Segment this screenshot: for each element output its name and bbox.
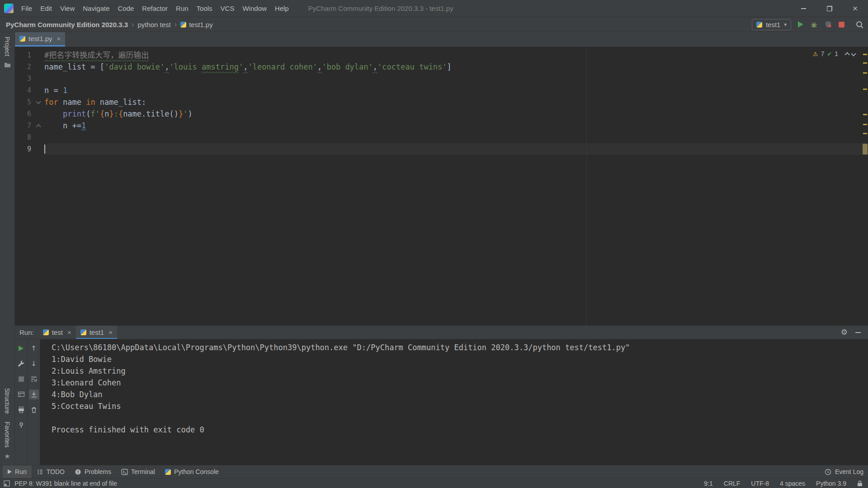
code-line-8[interactable]: 8: [15, 131, 868, 143]
fold-icon[interactable]: [36, 99, 41, 104]
clear-all-button[interactable]: [29, 405, 39, 415]
warning-stripe-mark[interactable]: [863, 62, 867, 64]
run-tab-test[interactable]: test×: [38, 326, 76, 339]
down-stack-button[interactable]: ↓: [29, 359, 39, 369]
run-tab-test1[interactable]: test1×: [76, 326, 117, 339]
line-number[interactable]: 6: [15, 108, 31, 120]
gutter-line-9[interactable]: 9: [15, 143, 44, 155]
tool-button-structure[interactable]: Structure: [4, 388, 11, 414]
menu-run[interactable]: Run: [172, 0, 193, 17]
code-text[interactable]: n +=1: [44, 120, 86, 131]
tool-button-project[interactable]: Project: [4, 37, 11, 56]
stop-button-disabled[interactable]: [16, 374, 26, 384]
tool-button-problems[interactable]: Problems: [70, 465, 116, 478]
editor-tab-test1[interactable]: test1.py ×: [15, 32, 65, 47]
interpreter-widget[interactable]: Python 3.9: [816, 480, 846, 487]
line-separator-widget[interactable]: CRLF: [724, 480, 741, 487]
gutter-line-7[interactable]: 7: [15, 120, 44, 131]
console-line-6[interactable]: 5:Cocteau Twins: [52, 400, 868, 412]
fold-icon[interactable]: [36, 124, 41, 129]
code-line-5[interactable]: 5for name in name_list:: [15, 96, 868, 108]
tool-button-todo[interactable]: TODO: [32, 465, 70, 478]
gutter-line-1[interactable]: 1: [15, 49, 44, 61]
gutter-line-4[interactable]: 4: [15, 84, 44, 96]
coverage-button[interactable]: [825, 21, 832, 28]
close-button[interactable]: ×: [842, 0, 868, 17]
console-line-1[interactable]: C:\Users\86180\AppData\Local\Programs\Py…: [52, 342, 868, 353]
code-line-6[interactable]: 6 print(f'{n}:{name.title()}'): [15, 108, 868, 120]
menu-navigate[interactable]: Navigate: [79, 0, 113, 17]
hide-icon[interactable]: [855, 332, 861, 333]
menu-view[interactable]: View: [56, 0, 79, 17]
code-line-1[interactable]: 1#把名字转换成大写，遍历输出: [15, 49, 868, 61]
console-line-2[interactable]: 1:David Bowie: [52, 353, 868, 365]
code-text[interactable]: name_list = ['david bowie','louis amstri…: [44, 61, 452, 73]
gutter-line-2[interactable]: 2: [15, 61, 44, 73]
run-config-selector[interactable]: test1 ▾: [752, 19, 791, 30]
prev-issue-icon[interactable]: [844, 52, 849, 57]
run-console[interactable]: C:\Users\86180\AppData\Local\Programs\Py…: [40, 339, 868, 465]
close-icon[interactable]: ×: [108, 328, 113, 336]
debug-button[interactable]: [810, 21, 818, 28]
code-line-2[interactable]: 2name_list = ['david bowie','louis amstr…: [15, 61, 868, 73]
line-number[interactable]: 5: [15, 96, 31, 108]
warning-stripe-mark[interactable]: [863, 133, 867, 134]
line-number[interactable]: 3: [15, 73, 31, 84]
console-line-3[interactable]: 2:Louis Amstring: [52, 365, 868, 377]
favorites-star-icon[interactable]: ★: [4, 452, 10, 460]
inspections-widget[interactable]: ⚠ 7 ✔ 1: [813, 50, 855, 57]
lock-icon[interactable]: [857, 480, 863, 487]
error-stripe[interactable]: [862, 47, 868, 325]
pin-button[interactable]: [16, 420, 26, 430]
menu-refactor[interactable]: Refactor: [138, 0, 172, 17]
line-number[interactable]: 2: [15, 61, 31, 73]
code-text[interactable]: for name in name_list:: [44, 96, 146, 108]
warning-stripe-mark[interactable]: [863, 124, 867, 125]
console-line-5[interactable]: 4:Bob Dylan: [52, 389, 868, 400]
menu-tools[interactable]: Tools: [193, 0, 217, 17]
stop-button[interactable]: [839, 22, 844, 28]
minimize-button[interactable]: [791, 0, 816, 17]
close-icon[interactable]: ×: [67, 328, 71, 336]
warning-stripe-mark[interactable]: [863, 54, 867, 55]
scroll-to-end-button[interactable]: [29, 389, 39, 399]
menu-file[interactable]: File: [17, 0, 36, 17]
warning-stripe-mark[interactable]: [863, 72, 867, 74]
gutter-line-5[interactable]: 5: [15, 96, 44, 108]
rerun-button[interactable]: [16, 343, 26, 353]
indent-widget[interactable]: 4 spaces: [780, 480, 805, 487]
menu-vcs[interactable]: VCS: [217, 0, 239, 17]
status-message[interactable]: PEP 8: W391 blank line at end of file: [14, 480, 117, 487]
restore-layout-button[interactable]: [16, 389, 26, 399]
breadcrumb-folder[interactable]: python test: [137, 21, 170, 28]
menu-edit[interactable]: Edit: [36, 0, 56, 17]
gutter-line-8[interactable]: 8: [15, 131, 44, 143]
console-line-8[interactable]: Process finished with exit code 0: [52, 424, 868, 436]
wrench-button[interactable]: [16, 359, 26, 369]
code-line-4[interactable]: 4n = 1: [15, 84, 868, 96]
menu-help[interactable]: Help: [271, 0, 293, 17]
soft-wrap-button[interactable]: [29, 374, 39, 384]
code-text[interactable]: n = 1: [44, 84, 67, 96]
code-line-7[interactable]: 7 n +=1: [15, 120, 868, 131]
gutter-line-3[interactable]: 3: [15, 73, 44, 84]
restore-button[interactable]: [816, 0, 842, 17]
code-text[interactable]: #把名字转换成大写，遍历输出: [44, 49, 149, 61]
close-icon[interactable]: ×: [57, 35, 61, 42]
encoding-widget[interactable]: UTF-8: [751, 480, 769, 487]
tool-button-terminal[interactable]: Terminal: [116, 465, 160, 478]
line-number[interactable]: 9: [15, 143, 31, 155]
console-line-4[interactable]: 3:Leonard Cohen: [52, 377, 868, 389]
warning-stripe-mark[interactable]: [863, 89, 867, 90]
code-line-3[interactable]: 3: [15, 73, 868, 84]
print-button[interactable]: [16, 405, 26, 415]
tool-window-switcher-icon[interactable]: [4, 480, 10, 487]
warning-stripe-mark[interactable]: [863, 114, 867, 115]
search-everywhere-icon[interactable]: [856, 21, 863, 28]
up-stack-button[interactable]: ↑: [29, 343, 39, 353]
code-editor[interactable]: ⚠ 7 ✔ 1 1#把名字转换成大写，遍历输出2name_list = ['da…: [15, 47, 868, 325]
next-issue-icon[interactable]: [851, 51, 856, 56]
breadcrumb-project[interactable]: PyCharm Community Edition 2020.3.3: [6, 21, 128, 28]
code-text[interactable]: print(f'{n}:{name.title()}'): [44, 108, 193, 120]
folder-icon[interactable]: [4, 62, 11, 68]
